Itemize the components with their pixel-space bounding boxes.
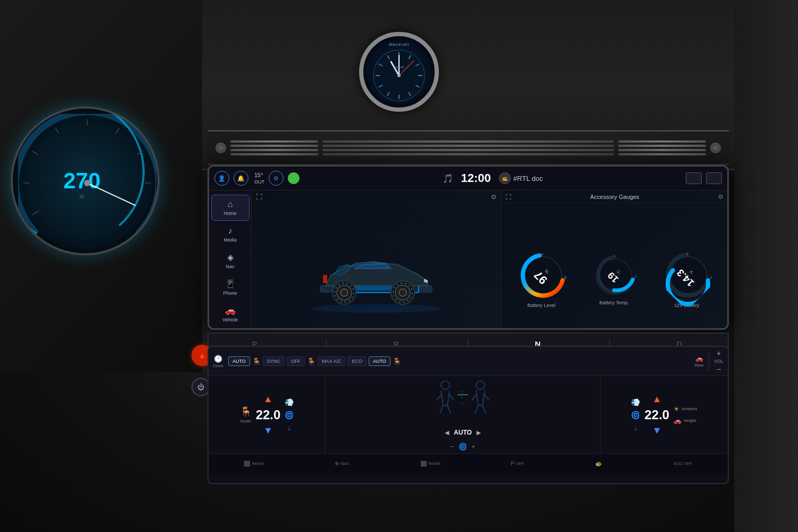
climate-control-panel: 🕐 Clock AUTO 🪑 SYNC OFF 🪑 MAX A/C ECO AU… [207,346,729,484]
vent-up-icon[interactable]: 💨 [285,398,294,406]
rear-vent-label: REAR [428,461,440,466]
svg-line-2 [32,151,37,154]
esc-btn[interactable]: ESC OFF [674,461,693,466]
expand-car-panel-icon[interactable]: ⛶ [256,193,262,201]
eco-icon: 🐢 [595,461,602,467]
auto-btn[interactable]: AUTO [228,356,250,366]
fan-speed-icon: 🌀 [459,443,467,451]
parking-label: OFF [516,461,525,466]
auto-mode-label: AUTO [454,429,472,436]
parking-icon: P [511,461,514,467]
nav-item-home[interactable]: ⌂ Home [211,195,250,221]
vol-down-icon[interactable]: − [717,365,721,373]
off-btn[interactable]: OFF [287,356,305,366]
dashboard: 270 /h Maserati [0,0,798,532]
passenger-temp-down-arrow[interactable]: ▼ [652,425,662,436]
svg-line-0 [32,211,39,215]
driver-temp-display: 22.0 [256,408,281,422]
nav-label-phone: Phone [223,290,237,296]
temp-value: 15° [254,172,263,178]
passenger-temp-display: 22.0 [644,408,669,422]
status-btn-1[interactable] [686,172,702,184]
status-bar-center: 🎵 12:00 📻 #RTL doc [300,171,686,185]
clock-brand: Maserati [389,42,410,47]
rear-vent-btn[interactable]: ⬛ REAR [420,461,440,467]
parking-brake-btn[interactable]: P OFF [511,461,525,467]
power-icon: ⏻ [197,383,204,391]
nav-item-vehicle[interactable]: 🚗 Vehicle [211,301,250,327]
battery-temp-gauge: C H 19 °C Battery Temp. [593,255,635,305]
svg-text:F: F [539,252,544,257]
car-panel-expand-icon-right[interactable]: ⊙ [491,193,496,201]
passenger-temp-control: ▲ 22.0 ▼ [644,394,669,436]
rear-control: 🚗 Rear [695,355,704,368]
driver-temp-control: ▲ 22.0 ▼ [256,394,281,436]
car-panel-header: ⛶ ⊙ [252,190,501,203]
rear-window-btn[interactable]: ⬛ REAR [244,461,263,467]
steering-wheel-area: 270 /h [0,0,202,372]
climate-middle-row: 🪑 Seats ▲ 22.0 ▼ 💨 🌀 [209,376,728,453]
vent-down-icon[interactable]: ↓ [287,423,291,432]
right-vents [618,140,706,155]
left-vent-knob[interactable] [215,143,226,153]
status-btn-2[interactable] [706,172,722,184]
vol-up-icon[interactable]: + [717,349,721,358]
climate-top-row: 🕐 Clock AUTO 🪑 SYNC OFF 🪑 MAX A/C ECO AU… [209,347,728,376]
driver-temp-down-arrow[interactable]: ▼ [263,425,273,436]
temperature-display: 15° OUT [254,172,264,185]
clock-icon: 🕐 [214,355,222,363]
nav-item-media[interactable]: ♪ Media [211,222,250,247]
p-vent-down-icon[interactable]: ↓ [634,423,637,432]
home-icon: ⌂ [228,200,233,209]
driver-temp-up-arrow[interactable]: ▲ [263,394,273,405]
nav-sidebar: ⌂ Home ♪ Media ◈ Nav 📱 Phone 🚗 Vehic [209,190,252,330]
svg-point-39 [340,289,348,296]
passenger-controls: 💨 🌀 ↓ ▲ 22.0 ▼ ☀ [631,394,697,436]
12v-battery-gauge-circle: L H 14.3 V [663,253,711,301]
nav-label-home: Home [223,211,236,216]
eco-mode-btn[interactable]: 🐢 [595,461,603,467]
rear-vent-icon: ⬛ [420,461,427,467]
eco-btn[interactable]: ECO [347,356,367,366]
clock-control: 🕐 Clock [213,355,223,368]
auto-mode-display: ◄ AUTO ► [443,428,483,437]
gauges-expand-icon[interactable]: ⛶ [505,194,511,200]
nav-label-vehicle: Vehicle [222,317,238,322]
seats-control: 🪑 Seats [240,406,252,423]
climate-center-zone: → → → ◄ AUTO ► − 🌀 + [326,376,600,453]
svg-text:→: → [459,389,463,394]
fan-icon[interactable]: 🌀 [285,411,294,419]
nav-item-phone[interactable]: 📱 Phone [211,275,250,300]
passenger-temp-up-arrow[interactable]: ▲ [652,394,662,405]
seats-label: Seats [240,419,251,423]
auto-arrow-right[interactable]: ► [475,428,483,437]
passenger-temp-value: 22.0 [644,408,669,422]
nav-item-apps[interactable]: ⊞ Apps [211,328,250,330]
gauges-title: Accessory Gauges [590,194,639,200]
gauges-settings-icon[interactable]: ⊙ [718,193,723,200]
ambient-label: Ambient [681,406,697,411]
p-fan-icon[interactable]: 🌀 [631,411,640,419]
fan-plus-icon[interactable]: + [471,443,476,451]
auto-arrow-left[interactable]: ◄ [443,428,451,437]
driver-seat-controls: 🪑 Seats ▲ 22.0 ▼ 💨 🌀 [240,394,294,436]
p-vent-up-icon[interactable]: 💨 [631,398,640,406]
max-ac-btn[interactable]: MAX A/C [318,356,346,366]
right-vent-knob[interactable] [710,143,721,153]
settings-icon[interactable]: ⚙ [269,171,284,186]
nav-item-nav[interactable]: ◈ Nav [211,248,250,273]
battery-level-gauge-circle: E F 97 % [518,253,566,301]
sync-btn[interactable]: SYNC [263,356,285,366]
fan-minus-icon[interactable]: − [450,443,454,451]
svg-text:→: → [459,401,463,405]
seat-heat-icon-1: 🪑 [252,358,261,365]
gauges-panel: ⛶ Accessory Gauges ⊙ [501,190,727,330]
seat-icon-mid: 🪑 [307,358,315,365]
clock-face: Maserati [372,49,426,102]
max-defrost-icon: ❄ [335,461,339,467]
rear-window-label: REAR [252,461,263,466]
svg-point-36 [399,289,406,296]
max-defrost-btn[interactable]: ❄ MAX [335,461,350,467]
car-visual [252,203,501,330]
auto2-btn[interactable]: AUTO [369,356,390,366]
